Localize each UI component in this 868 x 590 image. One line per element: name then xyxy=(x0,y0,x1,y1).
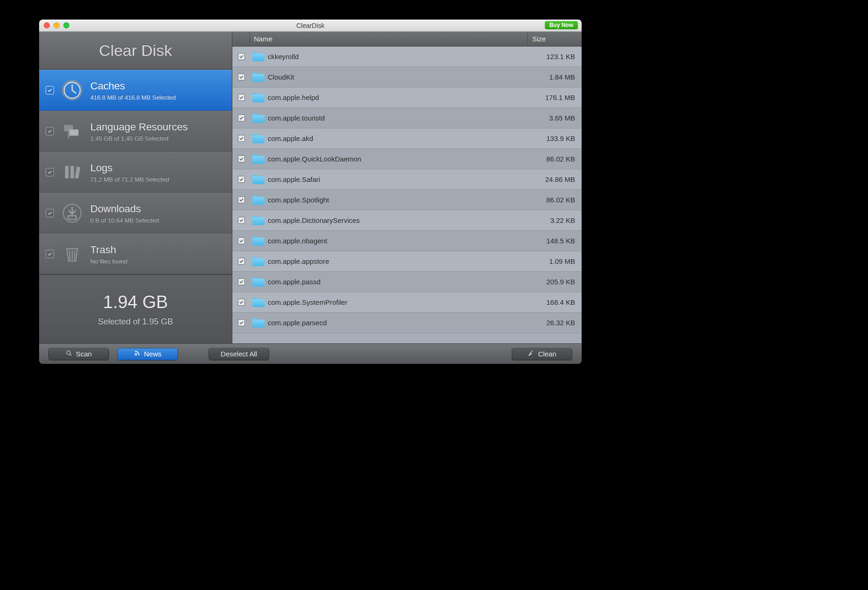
sidebar-category-logs[interactable]: Logs 71.2 MB of 71.2 MB Selected xyxy=(39,152,232,193)
category-subtitle: No files found xyxy=(90,258,128,265)
clean-button[interactable]: Clean xyxy=(512,348,572,360)
category-text: Trash No files found xyxy=(90,244,128,265)
table-row[interactable]: com.apple.Spotlight 86.02 KB xyxy=(232,190,582,210)
category-subtitle: 71.2 MB of 71.2 MB Selected xyxy=(90,176,169,183)
summary-total-size: Selected of 1.95 GB xyxy=(98,317,173,327)
app-window: ClearDisk Buy Now Clear Disk Caches 416.… xyxy=(39,20,582,364)
row-checkbox[interactable] xyxy=(232,278,250,285)
app-brand: Clear Disk xyxy=(39,32,232,70)
table-header: Name Size xyxy=(232,32,582,47)
buy-now-button[interactable]: Buy Now xyxy=(545,21,578,29)
category-text: Downloads 0 B of 10.64 MB Selected xyxy=(90,203,159,224)
sidebar-category-caches[interactable]: Caches 416.8 MB of 416.8 MB Selected xyxy=(39,70,232,111)
row-size: 1.09 MB xyxy=(528,257,582,265)
sidebar-category-dl[interactable]: Downloads 0 B of 10.64 MB Selected xyxy=(39,193,232,234)
svg-rect-3 xyxy=(69,129,78,135)
table-row[interactable]: com.apple.SystemProfiler 168.4 KB xyxy=(232,292,582,313)
category-checkbox[interactable] xyxy=(46,168,54,176)
sidebar-category-lang[interactable]: Language Resources 1.45 GB of 1.45 GB Se… xyxy=(39,111,232,152)
row-checkbox[interactable] xyxy=(232,217,250,224)
table-row[interactable]: com.apple.nbagent 148.5 KB xyxy=(232,231,582,251)
table-row[interactable]: com.apple.appstore 1.09 MB xyxy=(232,251,582,272)
row-size: 1.84 MB xyxy=(528,73,582,81)
logs-icon xyxy=(61,161,84,184)
row-name: ckkeyrolld xyxy=(267,53,528,60)
category-checkbox[interactable] xyxy=(46,86,54,94)
column-header-size[interactable]: Size xyxy=(528,32,582,46)
column-header-checkbox[interactable] xyxy=(232,32,250,46)
row-name: com.apple.QuickLookDaemon xyxy=(267,155,528,163)
category-text: Logs 71.2 MB of 71.2 MB Selected xyxy=(90,162,169,183)
row-size: 148.5 KB xyxy=(528,237,582,245)
folder-icon xyxy=(250,114,267,123)
svg-line-14 xyxy=(70,354,71,355)
summary-selected-size: 1.94 GB xyxy=(103,292,168,312)
window-title: ClearDisk xyxy=(39,22,582,29)
row-checkbox[interactable] xyxy=(232,74,250,80)
folder-icon xyxy=(250,277,267,287)
row-checkbox[interactable] xyxy=(232,135,250,142)
scan-button[interactable]: Scan xyxy=(48,348,109,360)
row-size: 205.9 KB xyxy=(528,278,582,286)
category-text: Language Resources 1.45 GB of 1.45 GB Se… xyxy=(90,121,188,142)
row-size: 176.1 MB xyxy=(528,94,582,101)
row-checkbox[interactable] xyxy=(232,258,250,265)
sidebar-category-trash[interactable]: Trash No files found xyxy=(39,234,232,275)
lang-icon xyxy=(61,120,84,143)
category-checkbox[interactable] xyxy=(46,209,54,217)
category-title: Trash xyxy=(90,244,128,256)
table-row[interactable]: com.apple.QuickLookDaemon 86.02 KB xyxy=(232,149,582,169)
table-row[interactable]: com.apple.akd 133.9 KB xyxy=(232,128,582,149)
row-size: 3.65 MB xyxy=(528,114,582,122)
row-name: com.apple.SystemProfiler xyxy=(267,298,528,306)
trash-icon xyxy=(61,242,84,266)
row-name: com.apple.nbagent xyxy=(267,237,528,245)
folder-icon xyxy=(250,52,267,61)
row-name: com.apple.passd xyxy=(267,278,528,286)
category-checkbox[interactable] xyxy=(46,250,54,258)
row-checkbox[interactable] xyxy=(232,53,250,60)
svg-rect-6 xyxy=(70,166,74,179)
category-text: Caches 416.8 MB of 416.8 MB Selected xyxy=(90,80,176,101)
table-row[interactable]: com.apple.parsecd 26.32 KB xyxy=(232,313,582,333)
folder-icon xyxy=(250,216,267,225)
deselect-all-button[interactable]: Deselect All xyxy=(209,348,269,360)
category-checkbox[interactable] xyxy=(46,127,54,135)
row-name: com.apple.helpd xyxy=(267,94,528,101)
row-name: com.apple.akd xyxy=(267,134,528,142)
table-row[interactable]: com.apple.passd 205.9 KB xyxy=(232,272,582,292)
row-size: 3.22 KB xyxy=(528,216,582,224)
svg-rect-9 xyxy=(68,216,76,220)
folder-icon xyxy=(250,236,267,246)
table-row[interactable]: CloudKit 1.84 MB xyxy=(232,67,582,87)
folder-icon xyxy=(250,257,267,266)
column-header-size-label: Size xyxy=(532,35,546,43)
row-checkbox[interactable] xyxy=(232,319,250,326)
row-name: com.apple.touristd xyxy=(267,114,528,122)
category-title: Language Resources xyxy=(90,121,188,133)
folder-icon xyxy=(250,134,267,143)
table-row[interactable]: com.apple.DictionaryServices 3.22 KB xyxy=(232,210,582,231)
row-name: com.apple.Safari xyxy=(267,175,528,183)
svg-rect-5 xyxy=(65,166,69,179)
news-button[interactable]: News xyxy=(117,348,178,360)
folder-icon xyxy=(250,318,267,328)
column-header-name[interactable]: Name xyxy=(250,32,528,46)
news-button-label: News xyxy=(144,350,162,358)
folder-icon xyxy=(250,154,267,164)
row-checkbox[interactable] xyxy=(232,155,250,162)
row-checkbox[interactable] xyxy=(232,94,250,101)
row-checkbox[interactable] xyxy=(232,299,250,306)
table-row[interactable]: ckkeyrolld 123.1 KB xyxy=(232,47,582,67)
folder-icon xyxy=(250,195,267,205)
category-subtitle: 1.45 GB of 1.45 GB Selected xyxy=(90,135,188,142)
row-checkbox[interactable] xyxy=(232,196,250,203)
table-row[interactable]: com.apple.Safari 24.86 MB xyxy=(232,169,582,190)
row-checkbox[interactable] xyxy=(232,237,250,244)
row-checkbox[interactable] xyxy=(232,114,250,121)
table-row[interactable]: com.apple.helpd 176.1 MB xyxy=(232,87,582,108)
row-size: 24.86 MB xyxy=(528,175,582,183)
table-row[interactable]: com.apple.touristd 3.65 MB xyxy=(232,108,582,128)
clean-button-label: Clean xyxy=(538,350,556,358)
row-checkbox[interactable] xyxy=(232,176,250,183)
